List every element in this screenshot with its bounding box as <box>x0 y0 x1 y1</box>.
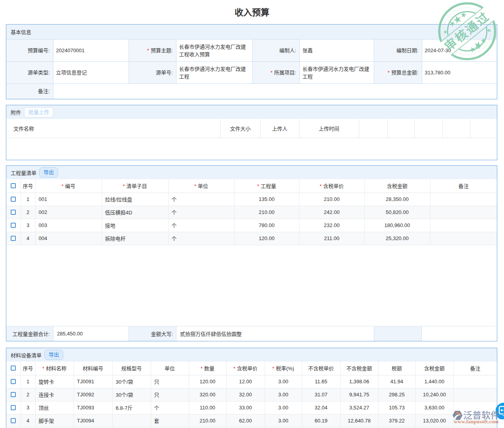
svg-text:审核通过: 审核通过 <box>442 9 492 53</box>
